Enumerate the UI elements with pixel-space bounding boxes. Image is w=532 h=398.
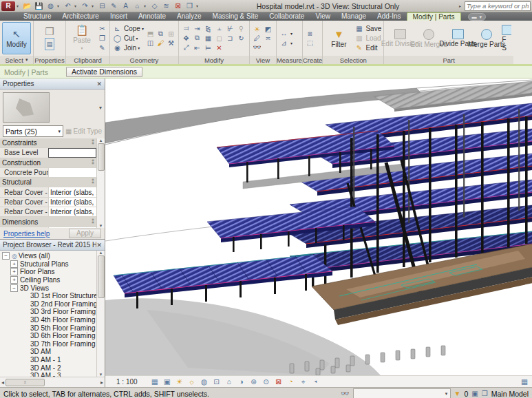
divide-parts-button[interactable]: Divide Parts — [444, 22, 471, 54]
ribbon-minimize-control[interactable]: ▬▾ — [468, 13, 487, 21]
mirror-icon[interactable]: ⧎ — [203, 24, 213, 33]
create-similar-icon[interactable]: ⬚ — [305, 39, 315, 48]
app-menu-chevron-icon[interactable]: ▾ — [17, 3, 21, 8]
override-graphics-icon[interactable]: ◩ — [263, 25, 273, 34]
hide-analytical-model-icon[interactable]: ⊠ — [274, 377, 284, 386]
tree-item[interactable]: −◎Views (all) — [0, 252, 96, 260]
lock-3d-view-icon[interactable]: ⌂ — [224, 377, 234, 386]
property-group-row[interactable]: Constraints⁑ — [0, 138, 96, 148]
filter-funnel-icon[interactable]: ▼ — [454, 390, 461, 397]
scale-icon[interactable]: ◻ — [214, 34, 224, 43]
open-icon[interactable]: 📂 — [22, 1, 32, 11]
undo-chevron-icon[interactable]: ▾ — [74, 3, 78, 8]
panel-label-select[interactable]: Select▾ — [0, 56, 33, 64]
tree-item[interactable]: +Floor Plans — [0, 268, 96, 276]
unjoin-icon[interactable]: ⊞ — [166, 30, 176, 39]
undo-icon[interactable]: ↶ — [63, 1, 73, 11]
viewbar-collapse-icon[interactable]: ◂ — [311, 379, 321, 384]
displace-elements-icon[interactable]: ≍ — [263, 34, 273, 43]
tab-modify-parts[interactable]: Modify | Parts — [407, 12, 461, 21]
section-icon[interactable]: ◇ — [149, 1, 160, 11]
trim-icon[interactable]: ⊬ — [225, 24, 235, 33]
view-scale[interactable]: 1 : 100 — [116, 378, 138, 386]
redo-icon[interactable]: ↷ — [80, 1, 90, 11]
tree-item[interactable]: 3D 7th Floor Framing — [0, 340, 96, 348]
load-selection-button[interactable]: ▥Load — [354, 34, 381, 43]
measure-angle-button[interactable]: ⊿▾ — [279, 39, 292, 48]
offset-icon[interactable]: ⇥ — [192, 24, 202, 33]
match-properties-icon[interactable]: ✎ — [97, 43, 107, 52]
active-workset-dropdown[interactable]: ▼ — [353, 388, 451, 398]
scrollbar-thumb[interactable] — [98, 143, 105, 171]
unpin-icon[interactable]: ⊐ — [225, 34, 235, 43]
property-group-row[interactable]: Structural⁑ — [0, 178, 96, 187]
wall-joins-icon[interactable]: ⧉ — [156, 30, 166, 39]
browser-scrollbar[interactable]: ▲ ▼ — [96, 251, 105, 377]
measure-length-button[interactable]: ↔▾ — [279, 29, 292, 38]
tree-item[interactable]: +Structural Plans — [0, 260, 96, 269]
scrollbar-thumb[interactable]: ≡ — [6, 379, 45, 386]
worksharing-display-icon[interactable]: ◔ — [286, 377, 296, 386]
merge-parts-button[interactable]: Merge Parts — [473, 22, 500, 54]
worksets-icon[interactable]: 👓 — [341, 390, 349, 397]
copy-icon[interactable]: ⧉ — [192, 34, 202, 43]
properties-toggle-button[interactable]: ❐ ▤ — [36, 22, 63, 54]
close-icon[interactable]: ✕ — [96, 81, 102, 87]
tree-item[interactable]: 3D AM — [0, 348, 96, 356]
hide-elements-icon[interactable]: 👓 — [252, 43, 262, 52]
edit-merged-button[interactable]: Edit Merged — [415, 22, 443, 54]
sync-chevron-icon[interactable]: ▾ — [57, 3, 61, 8]
property-row[interactable]: Rebar Cover - B...Interior (slabs, ... — [0, 198, 96, 207]
copy-to-clipboard-icon[interactable]: ❐ — [97, 34, 107, 43]
demolish-icon[interactable]: ⚒ — [166, 39, 176, 48]
modify-button[interactable]: ↖ Modify — [2, 22, 31, 54]
shadows-icon[interactable]: ☼ — [187, 377, 197, 386]
property-row[interactable]: Rebar Cover - ...Interior (slabs, ... — [0, 207, 96, 217]
align-icon[interactable]: ⫤ — [181, 24, 191, 33]
sun-path-icon[interactable]: ☀ — [175, 377, 184, 386]
tree-item[interactable]: 3D 4th Floor Framing — [0, 316, 96, 324]
tree-item[interactable]: 3D 3rd Floor Framing — [0, 308, 96, 316]
tab-view[interactable]: View — [310, 12, 336, 21]
tab-massing-site[interactable]: Massing & Site — [207, 12, 264, 21]
join-end-icon[interactable]: ⊨ — [203, 43, 213, 52]
tab-manage[interactable]: Manage — [336, 12, 372, 21]
tab-insert[interactable]: Insert — [105, 12, 133, 21]
show-crop-region-icon[interactable]: ⊡ — [212, 377, 222, 386]
cut-geometry-button[interactable]: ◯Cut▾ — [112, 34, 144, 43]
tab-collaborate[interactable]: Collaborate — [264, 12, 310, 21]
aligned-dimension-icon[interactable]: ✎ — [109, 1, 119, 11]
tree-item[interactable]: 3D AM - 3 — [0, 372, 96, 377]
tree-item[interactable]: 3D 6th Floor Framing — [0, 332, 96, 340]
close-hidden-windows-icon[interactable]: ⊠ — [173, 1, 183, 11]
tree-item[interactable]: 3D AM - 1 — [0, 356, 96, 364]
visual-style-icon[interactable]: ▣ — [162, 377, 172, 386]
tree-item[interactable]: +Ceiling Plans — [0, 276, 96, 284]
activate-dimensions-button[interactable]: Activate Dimensions — [66, 67, 142, 77]
reveal-hidden-elements-icon[interactable]: ⊚ — [249, 377, 259, 386]
tab-architecture[interactable]: Architecture — [57, 12, 105, 21]
save-selection-button[interactable]: ▦Save — [354, 24, 381, 33]
hide-in-view-bulb-icon[interactable]: ☀ — [252, 25, 262, 34]
tab-structure[interactable]: Structure — [18, 12, 57, 21]
split-icon[interactable]: ⫠ — [214, 24, 224, 33]
save-icon[interactable]: 💾 — [34, 1, 44, 11]
create-group-icon[interactable]: ⧈ — [305, 29, 315, 38]
tree-item[interactable]: −3D Views — [0, 284, 96, 292]
rotate-icon[interactable]: ↻ — [236, 34, 246, 43]
tab-add-ins[interactable]: Add-Ins — [372, 12, 406, 21]
cope-button[interactable]: ⊾Cope▾ — [112, 24, 144, 33]
chevron-down-icon[interactable]: ▾ — [99, 105, 102, 111]
search-input[interactable] — [465, 1, 531, 11]
default-3d-view-icon[interactable]: ⌂ — [132, 1, 142, 11]
grid-display-icon[interactable]: ▦ — [520, 377, 529, 386]
application-menu-button[interactable]: R — [1, 1, 15, 11]
clipped-part-button[interactable]: F S — [502, 22, 511, 54]
3d-view-chevron-icon[interactable]: ▾ — [144, 3, 148, 8]
properties-scrollbar[interactable]: ▲ ▼ — [96, 138, 105, 228]
pin-icon[interactable]: ⚲ — [236, 24, 246, 33]
editable-only-icon[interactable]: ▣ — [471, 390, 478, 397]
tab-annotate[interactable]: Annotate — [133, 12, 171, 21]
split-face-icon[interactable]: ◫ — [145, 39, 156, 48]
property-group-row[interactable]: Construction⁑ — [0, 158, 96, 168]
